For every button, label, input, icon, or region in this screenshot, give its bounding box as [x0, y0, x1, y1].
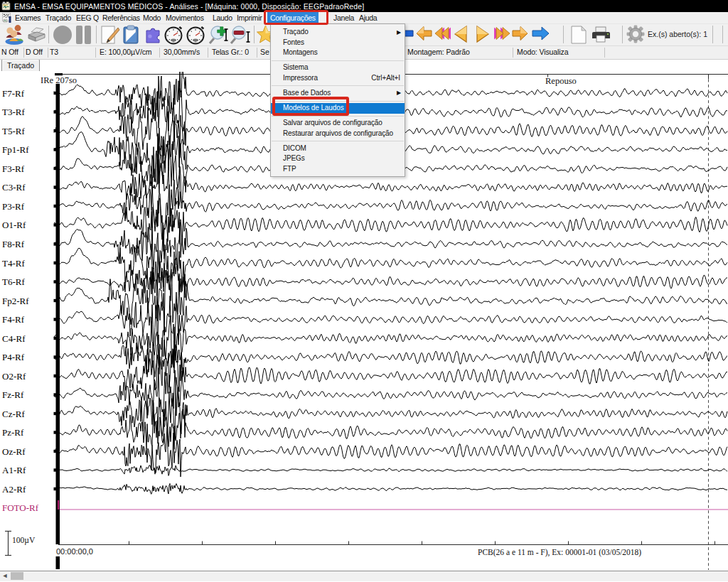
menu-imprimir[interactable]: Imprimir: [237, 12, 262, 23]
gauge-icon[interactable]: [186, 25, 206, 48]
menu-item-montagens[interactable]: Montagens: [271, 48, 405, 58]
double-arrow-right-icon[interactable]: [493, 25, 510, 45]
zoom-out-icon[interactable]: [230, 25, 251, 48]
menu-item-salvar-arquivos-de-configura-o[interactable]: Salvar arquivos de configuração: [271, 118, 405, 129]
edit-page-icon[interactable]: [100, 25, 121, 48]
menu-tra-ado[interactable]: Traçado: [46, 12, 71, 23]
menu-bar: ExamesTraçadoEEG QReferênciasModoMovimen…: [0, 12, 728, 24]
toolbar-separator: [254, 26, 255, 43]
channel-label-pz-rf[interactable]: Pz-Rf: [2, 427, 24, 438]
menu-item-label: DICOM: [283, 144, 306, 152]
channel-label-o2-rf[interactable]: O2-Rf: [2, 371, 26, 382]
toolbar-separator: [712, 26, 713, 43]
channel-label-a2-rf[interactable]: A2-Rf: [2, 484, 26, 495]
arrow-orange-left-icon[interactable]: [415, 25, 433, 45]
menu-exames[interactable]: Exames: [15, 12, 41, 23]
channel-label-t6-rf[interactable]: T6-Rf: [2, 276, 25, 287]
channel-label-f8-rf[interactable]: F8-Rf: [2, 239, 25, 249]
new-page-icon[interactable]: [569, 25, 588, 48]
triangle-right-icon[interactable]: [473, 25, 491, 46]
record-icon[interactable]: [53, 25, 73, 48]
info-separator: [95, 48, 96, 58]
menu-item-tra-ado[interactable]: Traçado▶: [271, 27, 405, 38]
channel-label-t5-rf[interactable]: T5-Rf: [2, 126, 25, 136]
menu-item-label: Restaurar arquivos de configuração: [283, 129, 393, 137]
channel-label-t3-rf[interactable]: T3-Rf: [2, 107, 25, 117]
channel-label-p4-rf[interactable]: P4-Rf: [2, 352, 25, 362]
menu-item-impressora[interactable]: ImpressoraCtrl+Alt+I: [271, 73, 405, 84]
pause-icon[interactable]: [74, 25, 93, 48]
menu-item-label: Montagens: [283, 48, 318, 56]
channel-label-f3-rf[interactable]: F3-Rf: [2, 163, 25, 174]
arrow-blue-right-icon[interactable]: [532, 25, 551, 45]
channel-trace-pz-rf: [54, 402, 727, 449]
submenu-arrow-icon: ▶: [397, 88, 401, 99]
menu-janela[interactable]: Janela: [333, 12, 354, 23]
info-segment: 30,00mm/s: [164, 46, 200, 59]
amplitude-scale-label: 100µV: [12, 536, 36, 545]
annotation-highlight-box-2: [272, 97, 349, 116]
double-arrow-left-icon[interactable]: [434, 25, 451, 45]
channel-label-cz-rf[interactable]: Cz-Rf: [2, 409, 25, 419]
horizontal-scrollbar[interactable]: ◄: [0, 571, 728, 581]
channel-label-foto-rf[interactable]: FOTO-Rf: [2, 502, 39, 513]
patients-icon[interactable]: [4, 25, 25, 48]
document-trace-icon[interactable]: [2, 13, 13, 23]
zoom-in-icon[interactable]: [208, 25, 229, 48]
menu-item-label: Base de Dados: [283, 89, 331, 97]
annotation-highlight-box-1: [264, 10, 328, 25]
menu-modo[interactable]: Modo: [143, 12, 161, 23]
clipboard-icon[interactable]: [122, 25, 141, 48]
patient-exam-footer-label: PCB(26 a e 11 m - F), Ex: 00001-01 (03/0…: [478, 548, 641, 557]
menu-item-restaurar-arquivos-de-configura-o[interactable]: Restaurar arquivos de configuração: [271, 129, 405, 139]
info-segment: Telas Gr.: 0: [212, 46, 249, 59]
info-separator: [48, 48, 48, 58]
channel-label-c4-rf[interactable]: C4-Rf: [2, 333, 26, 344]
info-segment: E: 100,00µV/cm: [100, 46, 152, 59]
toolbar-separator: [563, 26, 564, 43]
channel-label-p3-rf[interactable]: P3-Rf: [2, 201, 25, 212]
menu-item-fontes[interactable]: Fontes: [271, 38, 405, 48]
printer-small-icon[interactable]: [592, 25, 611, 47]
emsa-eeg-application: { "window": { "title": "EMSA - EMSA EQUI…: [0, 0, 728, 582]
menu-laudo[interactable]: Laudo: [213, 12, 232, 23]
open-exams-count-label: Ex.(s) aberto(s): 1: [648, 23, 707, 45]
channel-label-a1-rf[interactable]: A1-Rf: [2, 465, 26, 475]
menu-refer-ncias[interactable]: Referências: [102, 12, 140, 23]
gear-icon[interactable]: [626, 25, 645, 46]
menu-eeg-q[interactable]: EEG Q: [76, 12, 99, 23]
menu-item-label: Traçado: [283, 28, 309, 36]
window-title: EMSA - EMSA EQUIPAMENTOS MÉDICOS - Análi…: [14, 2, 364, 11]
channel-label-o1-rf[interactable]: O1-Rf: [2, 220, 26, 230]
channel-label-t4-rf[interactable]: T4-Rf: [2, 258, 25, 269]
title-bar[interactable]: EMSA - EMSA EQUIPAMENTOS MÉDICOS - Análi…: [0, 0, 728, 12]
channel-label-fz-rf[interactable]: Fz-Rf: [2, 389, 24, 400]
scrollbar-left-arrow-icon[interactable]: ◄: [0, 571, 10, 581]
channel-label-c3-rf[interactable]: C3-Rf: [2, 182, 26, 193]
triangle-left-icon[interactable]: [452, 25, 471, 46]
puzzle-icon[interactable]: [144, 25, 162, 46]
menu-item-ftp[interactable]: FTP: [271, 164, 405, 175]
menu-item-dicom[interactable]: DICOM: [271, 144, 405, 154]
channel-label-fp2-rf[interactable]: Fp2-Rf: [2, 296, 29, 306]
channel-label-f7-rf[interactable]: F7-Rf: [2, 88, 25, 99]
toolbar-separator: [96, 26, 97, 43]
menu-item-label: Salvar arquivos de configuração: [283, 119, 382, 126]
menu-ajuda[interactable]: Ajuda: [359, 12, 377, 23]
channel-label-fp1-rf[interactable]: Fp1-Rf: [2, 144, 29, 155]
menu-item-label: Fontes: [283, 38, 304, 46]
info-segment: T3: [50, 46, 58, 59]
menu-movimentos[interactable]: Movimentos: [166, 12, 204, 23]
scrollbar-thumb[interactable]: [11, 572, 23, 580]
printer-icon[interactable]: [26, 25, 46, 47]
menu-item-jpegs[interactable]: JPEGs: [271, 153, 405, 164]
menu-item-sistema[interactable]: Sistema: [271, 63, 405, 73]
tab-tracado[interactable]: Traçado: [1, 59, 40, 71]
channel-trace-t4-rf: [54, 244, 727, 291]
lead-note-label: IRe 207so: [41, 75, 77, 85]
gauge-icon[interactable]: [164, 25, 184, 48]
channel-label-oz-rf[interactable]: Oz-Rf: [2, 446, 26, 457]
info-separator: [23, 48, 24, 58]
channel-label-f4-rf[interactable]: F4-Rf: [2, 314, 25, 325]
arrow-orange-right-icon[interactable]: [511, 25, 530, 45]
